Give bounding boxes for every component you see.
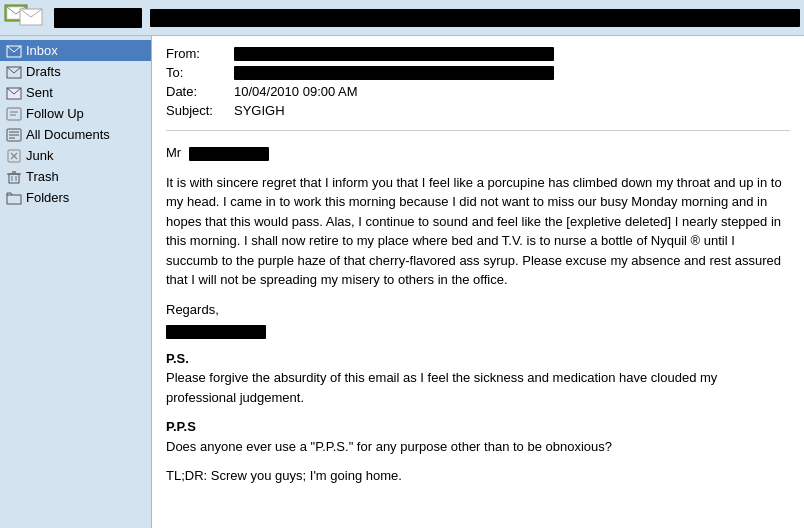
email-body: Mr It is with sincere regret that I info… (166, 143, 790, 486)
drafts-icon (6, 65, 22, 79)
svg-rect-6 (7, 108, 21, 120)
sidebar-item-drafts-label: Drafts (26, 64, 61, 79)
sidebar: Inbox Drafts (0, 36, 152, 528)
email-body-paragraph-1: It is with sincere regret that I inform … (166, 173, 790, 290)
pps-text: Does anyone ever use a "P.P.S." for any … (166, 439, 612, 454)
email-regards: Regards, (166, 300, 790, 339)
folders-icon (6, 191, 22, 205)
subject-value: SYGIGH (234, 103, 285, 118)
sidebar-item-sent[interactable]: Sent (0, 82, 151, 103)
sidebar-item-junk-label: Junk (26, 148, 53, 163)
header (0, 0, 804, 36)
salutation-name-redacted (189, 147, 269, 161)
envelope-logo-icon (4, 4, 46, 32)
sidebar-item-folders-label: Folders (26, 190, 69, 205)
date-label: Date: (166, 84, 226, 99)
email-date-row: Date: 10/04/2010 09:00 AM (166, 84, 790, 99)
svg-rect-21 (7, 195, 21, 204)
svg-rect-16 (9, 174, 19, 183)
email-subject-row: Subject: SYGIGH (166, 103, 790, 118)
email-to-row: To: (166, 65, 790, 80)
sent-icon (6, 86, 22, 100)
email-tldr: TL;DR: Screw you guys; I'm going home. (166, 466, 790, 486)
ps-text: Please forgive the absurdity of this ema… (166, 370, 717, 405)
trash-icon (6, 170, 22, 184)
sidebar-item-follow-up[interactable]: Follow Up (0, 103, 151, 124)
sidebar-item-all-documents-label: All Documents (26, 127, 110, 142)
to-value-redacted (234, 66, 554, 80)
followup-icon (6, 107, 22, 121)
sidebar-item-inbox[interactable]: Inbox (0, 40, 151, 61)
app-title-bar (54, 8, 142, 28)
from-label: From: (166, 46, 226, 61)
sidebar-item-drafts[interactable]: Drafts (0, 61, 151, 82)
sidebar-item-folders[interactable]: Folders (0, 187, 151, 208)
sidebar-item-inbox-label: Inbox (26, 43, 58, 58)
signature-redacted (166, 325, 266, 339)
sidebar-item-follow-up-label: Follow Up (26, 106, 84, 121)
email-content: From: To: Date: 10/04/2010 09:00 AM Subj… (152, 36, 804, 528)
inbox-icon (6, 44, 22, 58)
email-pps: P.P.S Does anyone ever use a "P.P.S." fo… (166, 417, 790, 456)
date-value: 10/04/2010 09:00 AM (234, 84, 358, 99)
search-bar[interactable] (150, 9, 800, 27)
sidebar-item-sent-label: Sent (26, 85, 53, 100)
email-salutation: Mr (166, 143, 790, 163)
sidebar-item-trash[interactable]: Trash (0, 166, 151, 187)
email-ps: P.S. Please forgive the absurdity of thi… (166, 349, 790, 408)
sidebar-item-trash-label: Trash (26, 169, 59, 184)
junk-icon (6, 149, 22, 163)
email-from-row: From: (166, 46, 790, 61)
ps-label: P.S. (166, 351, 189, 366)
sidebar-item-all-documents[interactable]: All Documents (0, 124, 151, 145)
pps-label: P.P.S (166, 419, 196, 434)
subject-label: Subject: (166, 103, 226, 118)
from-value-redacted (234, 47, 554, 61)
sidebar-item-junk[interactable]: Junk (0, 145, 151, 166)
logo-box (4, 4, 142, 32)
to-label: To: (166, 65, 226, 80)
alldocs-icon (6, 128, 22, 142)
email-header: From: To: Date: 10/04/2010 09:00 AM Subj… (166, 46, 790, 131)
